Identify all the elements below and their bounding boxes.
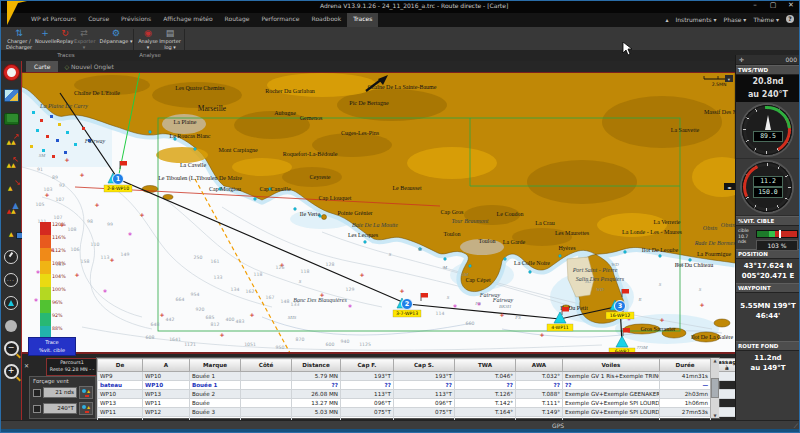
column-header[interactable]: Marque — [190, 359, 241, 372]
circle-gray-icon[interactable] — [0, 314, 22, 337]
place-label: Les Maurettes — [555, 230, 590, 236]
chart-map-icon[interactable] — [0, 84, 22, 107]
ribbon-tab-traces[interactable]: Traces — [347, 13, 378, 27]
analyse-button[interactable]: ◉Analyse▾ — [138, 28, 158, 50]
instruments-panel: ✛ 000 TWS/TWD 20.8nd au 240°T 89.5 11.2 … — [735, 55, 800, 420]
column-header[interactable]: Distance — [292, 359, 341, 372]
table-scrollbar[interactable]: ▲ ▼ — [710, 358, 719, 418]
ribbon-tab-performance[interactable]: Performance — [256, 13, 306, 27]
depth-sounding: 89 — [52, 175, 58, 180]
menu-phase[interactable]: Phase ▾ — [724, 16, 747, 23]
svg-text:◂▸: ◂▸ — [727, 185, 731, 190]
depannage-button[interactable]: ⚙Dépannage ▾ — [95, 28, 137, 45]
route-legs-table[interactable]: DeAMarqueCôtéDistanceCap F.Cap S.TWAAWAV… — [97, 358, 744, 426]
nautical-chart[interactable]: ++++++++++++++++++++********918910392105… — [22, 72, 735, 353]
flag-icon — [623, 328, 630, 333]
tab-carte[interactable]: Carte — [26, 61, 58, 72]
depth-sounding: 91 — [37, 167, 43, 172]
waypoint-number: 2 — [405, 300, 410, 308]
waypoint-label-text: 3-7-WP13 — [396, 311, 418, 316]
ribbon-tab-roadbook[interactable]: Roadbook — [306, 13, 348, 27]
exporter-button[interactable]: ⇄Exporter▾ — [74, 28, 94, 50]
column-header[interactable]: Cap S. — [394, 359, 455, 372]
wind-speed-picker-button[interactable]: ▴ — [79, 386, 93, 399]
close-panel-icon[interactable]: ✕ — [24, 362, 29, 369]
waypoint-number: 1 — [116, 175, 121, 183]
harbor-mark — [52, 155, 55, 158]
seabed-type: R — [638, 297, 642, 302]
scrollbar-thumb[interactable] — [711, 378, 719, 398]
wind-dir-field[interactable]: 240°T — [43, 403, 77, 414]
menu-theme[interactable]: Thème ▾ — [753, 16, 779, 23]
depth-sounding: 483 — [236, 319, 245, 324]
chart-star-symbol: * — [453, 304, 457, 313]
speed-lcd: 11.2 — [753, 176, 783, 187]
wind-speed-checkbox[interactable] — [33, 389, 41, 397]
pan-cross-icon[interactable]: ✛ — [739, 56, 744, 63]
buoy-route-2-icon[interactable]: ▲▲↗ — [0, 153, 22, 176]
column-header[interactable]: Voiles — [563, 359, 660, 372]
waypoint-header: WAYPOINT — [736, 283, 800, 293]
place-label: Pic De Bertagne — [349, 100, 389, 106]
scroll-down-icon[interactable]: ▼ — [713, 413, 716, 418]
depth-sounding: 870 — [296, 337, 305, 342]
place-label: Ilot Du Château — [675, 262, 713, 268]
column-header[interactable]: TWA — [455, 359, 516, 372]
table-row[interactable]: WP13WP11Bouée13.27 MN096°T096°TT.142°T.1… — [98, 399, 744, 408]
column-header[interactable]: Côté — [241, 359, 292, 372]
seabed-type: S — [659, 282, 662, 287]
dial-needle-icon[interactable] — [0, 245, 22, 268]
nouvelle-icon: + — [35, 28, 55, 39]
ribbon-tab-wp-et-parcours[interactable]: WP et Parcours — [25, 13, 82, 27]
help-icon[interactable]: ? — [786, 15, 794, 23]
engine-icon[interactable] — [0, 107, 22, 130]
close-button[interactable]: ✕ — [786, 1, 796, 9]
column-header[interactable]: A — [143, 359, 190, 372]
column-header[interactable]: Cap F. — [341, 359, 394, 372]
place-label: Aubagne — [274, 110, 296, 116]
collapse-ribbon-icon[interactable]: ▴ — [665, 16, 668, 23]
buoy-route-3-icon[interactable]: ▲ ↘ — [0, 176, 22, 199]
ribbon-tab-routage[interactable]: Routage — [219, 13, 256, 27]
dial-cone-icon[interactable] — [0, 291, 22, 314]
nouvelle-button[interactable]: +Nouvelle — [35, 28, 55, 45]
importer-button[interactable]: ▤Importerlog ▾ — [159, 28, 181, 50]
wind-dir-checkbox[interactable] — [33, 405, 41, 413]
depth-sounding: 664 — [176, 297, 185, 302]
ribbon-tab-course[interactable]: Course — [82, 13, 115, 27]
seabed-type: WD — [596, 287, 604, 292]
buoy-box-icon[interactable]: ▲ — [0, 222, 22, 245]
column-header[interactable]: Durée — [660, 359, 711, 372]
menu-instruments[interactable]: Instruments ▾ — [675, 16, 716, 23]
wind-dir-picker-button[interactable]: ▴ — [79, 402, 93, 415]
depth-sounding: 1125 — [359, 342, 371, 347]
column-header[interactable]: AWA — [516, 359, 563, 372]
table-row[interactable]: WP9WP10Bouée 15.79 MN193°T193°TT.046°T.0… — [98, 372, 744, 381]
replay-button[interactable]: ↻Replay — [56, 28, 74, 45]
minimize-button[interactable]: – — [750, 1, 760, 9]
tab-new-onglet[interactable]: ◇Nouvel Onglet — [58, 61, 121, 72]
route-legs-table-container: DeAMarqueCôtéDistanceCap F.Cap S.TWAAWAV… — [96, 357, 720, 419]
zoom-out-icon[interactable]: − — [0, 337, 22, 360]
speed-heading-gauge: 11.2 150.0 — [736, 159, 800, 216]
life-ring-icon[interactable] — [0, 61, 22, 84]
place-label: Cap Morgiou — [209, 186, 241, 192]
ribbon-tab-affichage-m-t-o[interactable]: Affichage météo — [157, 13, 218, 27]
maximize-button[interactable]: ▢ — [768, 1, 778, 9]
buoys-multi-icon[interactable]: ▲▲▲ — [0, 199, 22, 222]
column-header[interactable]: De — [98, 359, 143, 372]
hazard-cross: + — [64, 156, 69, 163]
ribbon-tab-pr-visions[interactable]: Prévisions — [115, 13, 157, 27]
scroll-up-icon[interactable]: ▲ — [713, 358, 716, 363]
table-row[interactable]: bateauWP10Bouée 1????????????— — [98, 381, 744, 390]
buoy-route-1-icon[interactable]: ▲▲↗ — [0, 130, 22, 153]
panel-options[interactable]: 000 — [786, 56, 797, 63]
table-row[interactable]: WP10WP13Bouée 226.08 MN113°T113°TT.126°T… — [98, 390, 744, 399]
zoom-in-icon[interactable]: + — [0, 360, 22, 383]
dial-dots-icon[interactable]: ··· — [0, 268, 22, 291]
table-row[interactable]: WP11WP12Bouée 35.03 MN075°T075°TT.164°T.… — [98, 408, 744, 417]
wind-speed-field[interactable]: 21 nds — [43, 387, 77, 398]
chart-star-symbol: * — [128, 232, 132, 241]
depth-sounding: 108 — [68, 227, 77, 232]
depth-sounding: 99 — [107, 222, 113, 227]
